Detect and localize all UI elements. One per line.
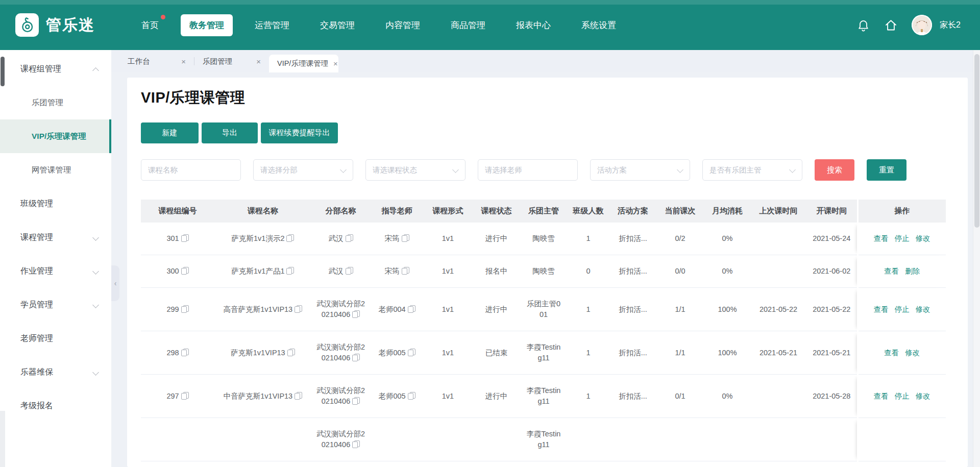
action-link[interactable]: 删除 [905,267,920,275]
sidebar-scrollbar-thumb[interactable] [1,57,5,86]
cell-value: 萨克斯1v1演示2 [232,234,285,242]
action-link[interactable]: 修改 [916,392,930,400]
copy-icon[interactable] [295,392,302,400]
sidebar-item[interactable]: 作业管理 [0,254,111,288]
action-link[interactable]: 查看 [884,267,899,275]
copy-icon[interactable] [286,234,294,242]
nav-item-label: 系统设置 [581,20,616,30]
cell-name: 高音萨克斯1v1VIP13 [214,288,311,331]
action-link[interactable]: 停止 [895,392,910,400]
filter-select[interactable] [702,159,802,181]
filter-select[interactable] [590,159,690,181]
filter-input[interactable] [141,159,241,181]
action-link[interactable]: 查看 [884,349,899,357]
action-button[interactable]: 新建 [141,122,199,143]
column-header: 课程组编号 [141,200,214,223]
sidebar-item[interactable]: 乐团管理 [0,86,111,119]
sidebar-item[interactable]: 学员管理 [0,288,111,322]
tab-item[interactable]: VIP/乐理课管理× [269,55,338,72]
copy-icon[interactable] [352,397,360,405]
nav-item[interactable]: 商品管理 [442,14,494,36]
sidebar-item[interactable]: 班级管理 [0,187,111,220]
action-link[interactable]: 查看 [874,234,889,242]
action-link[interactable]: 停止 [895,305,910,313]
copy-icon[interactable] [352,354,360,361]
cell-manager: 乐团主管001 [521,288,567,331]
action-link[interactable]: 修改 [916,305,930,313]
page-title: VIP/乐理课管理 [141,88,245,108]
cell-value: 1/1 [675,349,685,357]
nav-item[interactable]: 运营管理 [246,14,298,36]
sidebar-item[interactable]: VIP/乐理课管理 [0,119,111,153]
nav-item[interactable]: 报表中心 [507,14,559,36]
copy-icon[interactable] [295,305,302,313]
action-link[interactable]: 查看 [874,392,889,400]
tab-close-icon[interactable]: × [181,57,186,66]
page-scrollbar-thumb[interactable] [974,54,979,228]
nav-item[interactable]: 首页 [133,14,167,36]
tab-label: VIP/乐理课管理 [277,59,328,68]
sidebar-item[interactable]: 课程管理 [0,220,111,254]
content-card: VIP/乐理课管理 新建导出课程续费提醒导出 搜索 重置 课程组编号课程名称分部… [127,78,968,467]
action-link[interactable]: 修改 [905,349,920,357]
filter-select[interactable] [253,159,353,181]
nav-item[interactable]: 内容管理 [377,14,429,36]
column-header: 班级人数 [567,200,610,223]
reset-button[interactable]: 重置 [867,159,906,181]
nav-item[interactable]: 交易管理 [311,14,363,36]
cell-actions: 查看修改 [857,331,946,375]
cell-start_date: 2021-06-02 [806,255,857,288]
tab-item[interactable]: 工作台× [119,50,194,72]
copy-icon[interactable] [181,305,189,313]
copy-icon[interactable] [181,234,189,242]
copy-icon[interactable] [346,234,353,242]
copy-icon[interactable] [181,349,189,356]
user-avatar[interactable] [912,15,932,35]
copy-icon[interactable] [181,392,189,400]
column-header: 课程形式 [424,200,472,223]
sidebar-collapse-handle[interactable]: ‹ [111,265,119,301]
filter-input[interactable] [478,159,578,181]
filter-field [590,159,690,181]
copy-icon[interactable] [181,267,189,275]
filter-select[interactable] [365,159,465,181]
copy-icon[interactable] [287,349,295,356]
cell-start_date: 2021-05-24 [806,223,857,255]
copy-icon[interactable] [346,267,353,275]
tab-close-icon[interactable]: × [333,59,338,68]
home-icon[interactable] [884,18,898,32]
tab-close-icon[interactable]: × [256,57,261,66]
cell-form: 1v1 [424,331,472,375]
cell-start_date: 2021-05-28 [806,375,857,418]
cell-value: 李霞Testing11 [527,386,561,405]
copy-icon[interactable] [352,310,360,318]
action-button[interactable]: 课程续费提醒导出 [261,122,338,143]
action-link[interactable]: 停止 [895,234,910,242]
copy-icon[interactable] [286,267,294,275]
sidebar-item[interactable]: 网管课管理 [0,153,111,187]
cell-last_class [750,375,806,418]
copy-icon[interactable] [352,440,360,448]
nav-item[interactable]: 系统设置 [573,14,625,36]
copy-icon[interactable] [408,349,415,356]
action-link[interactable]: 修改 [916,234,930,242]
sidebar-item[interactable]: 考级报名 [0,389,111,423]
column-header: 月均消耗 [704,200,750,223]
cell-manager: 陶映雪 [521,255,567,288]
copy-icon[interactable] [408,305,415,313]
cell-value: 1 [586,349,590,357]
user-name[interactable]: 家长2 [940,20,961,31]
sidebar-item[interactable]: 乐器维保 [0,355,111,389]
copy-icon[interactable] [408,392,415,400]
brand-name: 管乐迷 [46,15,95,36]
action-button[interactable]: 导出 [202,122,258,143]
tab-item[interactable]: 乐团管理× [194,50,269,72]
copy-icon[interactable] [402,234,409,242]
sidebar-item[interactable]: 老师管理 [0,322,111,355]
action-link[interactable]: 查看 [874,305,889,313]
search-button[interactable]: 搜索 [815,159,854,181]
notification-bell-icon[interactable] [856,18,870,32]
sidebar-item[interactable]: 课程组管理 [0,52,111,86]
nav-item[interactable]: 教务管理 [181,14,233,36]
copy-icon[interactable] [402,267,409,275]
